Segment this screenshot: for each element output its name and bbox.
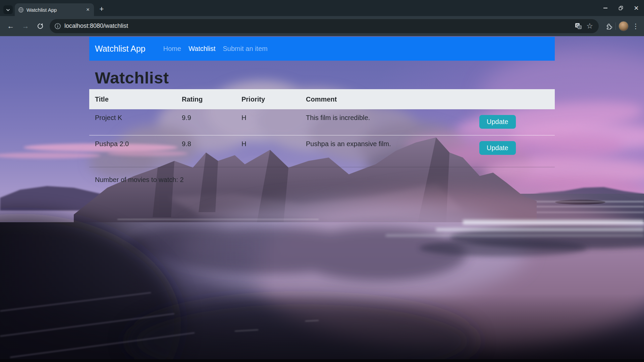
cell-comment: This film is incredible. <box>300 109 474 135</box>
nav-link-submit[interactable]: Submit an item <box>223 45 267 53</box>
column-header-comment: Comment <box>300 96 474 103</box>
bookmark-star-icon[interactable]: ☆ <box>585 22 594 31</box>
column-header-rating: Rating <box>176 96 236 103</box>
reload-button[interactable] <box>34 20 46 32</box>
cell-title: Project K <box>89 109 176 135</box>
restore-icon <box>619 6 623 10</box>
table-row: Project K 9.9 H This film is incredible.… <box>89 109 555 135</box>
main-content: Watchlist Title Rating Priority Comment … <box>89 69 555 184</box>
info-icon[interactable] <box>54 23 61 29</box>
url-text: localhost:8080/watchlist <box>64 22 571 29</box>
globe-favicon-icon <box>18 7 24 13</box>
window-controls: × <box>598 0 644 16</box>
nav-link-home[interactable]: Home <box>163 45 181 53</box>
cell-rating: 9.9 <box>176 109 236 135</box>
browser-tab[interactable]: Watchlist App × <box>15 3 94 16</box>
update-button[interactable]: Update <box>479 141 516 155</box>
browser-menu-icon[interactable]: ⋮ <box>631 20 641 32</box>
page-viewport: Watchlist App Home Watchlist Submit an i… <box>0 36 644 362</box>
close-button[interactable]: × <box>629 1 644 15</box>
tab-search-button[interactable] <box>3 5 13 14</box>
reload-icon <box>34 23 46 29</box>
table-header-row: Title Rating Priority Comment <box>89 89 555 109</box>
svg-text:文: 文 <box>579 26 581 29</box>
address-bar[interactable]: localhost:8080/watchlist G文 ☆ <box>50 19 599 33</box>
toolbar-divider <box>615 22 616 30</box>
toolbar-actions: ⋮ <box>601 20 641 32</box>
minimize-button[interactable] <box>598 1 613 15</box>
tab-title: Watchlist App <box>26 7 85 13</box>
profile-avatar[interactable] <box>619 21 629 31</box>
forward-button[interactable]: → <box>19 20 32 32</box>
tab-strip: Watchlist App × + × <box>0 0 644 16</box>
chevron-down-icon <box>6 7 10 12</box>
column-header-title: Title <box>89 96 176 103</box>
table-row: Pushpa 2.0 9.8 H Pushpa is an expansive … <box>89 135 555 167</box>
update-button[interactable]: Update <box>479 115 516 129</box>
cell-rating: 9.8 <box>176 135 236 167</box>
cell-priority: H <box>236 135 300 167</box>
back-button[interactable]: ← <box>5 20 17 32</box>
minimize-icon <box>603 8 607 8</box>
nav-link-watchlist[interactable]: Watchlist <box>189 45 215 53</box>
column-header-priority: Priority <box>236 96 300 103</box>
cell-title: Pushpa 2.0 <box>89 135 176 167</box>
browser-window: Watchlist App × + × ← → localhost: <box>0 0 644 362</box>
tab-close-icon[interactable]: × <box>85 6 91 13</box>
app-brand[interactable]: Watchlist App <box>95 44 146 54</box>
extensions-icon[interactable] <box>604 22 613 31</box>
new-tab-button[interactable]: + <box>97 4 107 14</box>
translate-icon[interactable]: G文 <box>574 22 583 31</box>
page-title: Watchlist <box>95 69 555 86</box>
restore-button[interactable] <box>613 1 629 15</box>
cell-priority: H <box>236 109 300 135</box>
app-navbar: Watchlist App Home Watchlist Submit an i… <box>89 37 555 61</box>
browser-toolbar: ← → localhost:8080/watchlist G文 ☆ ⋮ <box>0 16 644 36</box>
watchlist-table: Title Rating Priority Comment Project K … <box>89 89 555 167</box>
movie-count-text: Number of movies to watch: 2 <box>95 176 555 184</box>
cell-comment: Pushpa is an expansive film. <box>300 135 474 167</box>
